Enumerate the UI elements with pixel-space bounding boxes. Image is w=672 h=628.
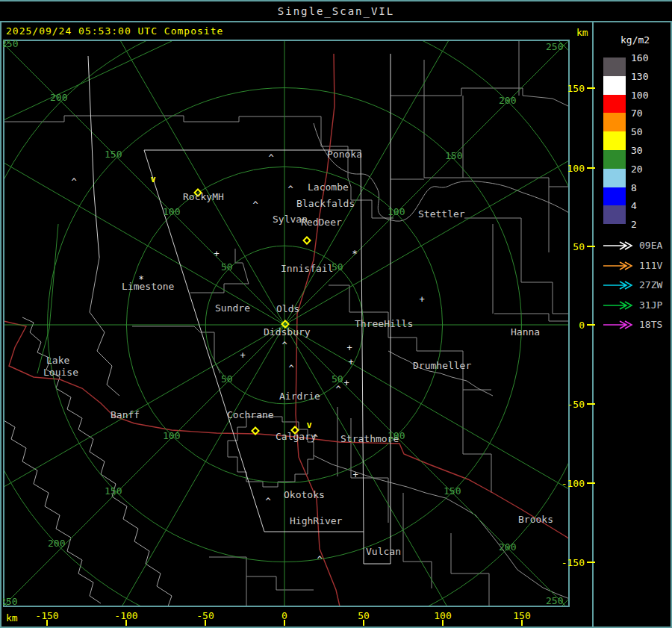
right-axis-tick	[587, 562, 595, 563]
range-ring-label: 250	[546, 596, 563, 606]
obs-marker: ^	[335, 385, 340, 394]
bottom-axis-tick	[46, 620, 48, 626]
obs-marker: ^	[252, 201, 258, 210]
range-ring-label: 200	[48, 538, 65, 548]
scale-value-100: 100	[631, 90, 648, 100]
range-ring-label: 150	[444, 486, 461, 496]
city-label-lacombe: Lacombe	[308, 182, 349, 192]
radar-arrow-icon	[602, 240, 636, 251]
city-label-banff: Banff	[111, 410, 140, 420]
obs-marker: ^	[287, 185, 293, 194]
scale-value-min: 2	[631, 220, 637, 229]
city-label-airdrie: Airdrie	[279, 391, 320, 401]
radar-id-111V: 111V	[639, 261, 662, 270]
radar-arrow-icon	[602, 280, 636, 290]
city-label-calgary: Calgary	[276, 432, 317, 441]
city-label-cochrane: Cochrane	[227, 410, 274, 420]
right-axis-tick	[587, 324, 595, 326]
radar-legend-row	[602, 240, 636, 250]
obs-marker: ^	[281, 341, 287, 350]
obs-marker: +	[348, 358, 353, 367]
city-label-lake: Lake	[46, 355, 69, 365]
map-label-layer: PonokaLacombeBlackfaldsSylvanRedDeerRock…	[3, 40, 570, 607]
radar-legend-row	[602, 279, 636, 290]
range-ring-label: 50	[332, 262, 343, 272]
range-ring-label: 100	[163, 431, 180, 441]
range-ring-label: 100	[163, 207, 180, 217]
range-ring-label: 100	[388, 207, 405, 217]
bottom-axis-tick	[363, 620, 364, 626]
obs-marker: ^	[312, 434, 317, 443]
radar-id-27ZW: 27ZW	[639, 280, 662, 290]
city-label-sundre: Sundre	[215, 303, 250, 313]
bottom-axis-tick	[205, 620, 206, 626]
scale-value-130: 130	[631, 72, 648, 81]
city-label-brooks: Brooks	[518, 514, 553, 524]
scale-swatch-100	[603, 95, 626, 114]
right-axis-tick	[587, 403, 595, 405]
scale-value-70: 70	[631, 108, 643, 118]
city-label-threehills: ThreeHills	[355, 319, 413, 329]
right-axis-label: -50	[567, 399, 585, 410]
right-axis-label: -150	[561, 557, 585, 568]
obs-marker: ^	[268, 154, 273, 163]
radar-legend-row	[602, 260, 636, 270]
scale-value-50: 50	[631, 127, 643, 137]
city-label-okotoks: Okotoks	[284, 490, 325, 500]
city-label-stettler: Stettler	[418, 209, 465, 219]
scale-swatch-8	[603, 187, 626, 206]
scale-value-4: 4	[631, 201, 637, 211]
bottom-axis-tick	[521, 620, 523, 626]
scale-value-8: 8	[631, 183, 637, 193]
bottom-axis-unit: km	[6, 612, 18, 624]
scale-swatch-20	[603, 169, 626, 187]
obs-marker: *	[352, 249, 357, 258]
city-label-hanna: Hanna	[511, 327, 540, 337]
bottom-axis-tick	[125, 620, 127, 626]
city-label-innisfail: Innisfail	[281, 264, 333, 273]
scale-swatch-130	[603, 76, 626, 95]
bottom-axis-tick	[284, 620, 285, 626]
obs-marker: ^	[288, 364, 293, 373]
range-ring-label: 150	[105, 149, 122, 159]
obs-marker: *	[138, 275, 143, 284]
right-axis-label: 50	[573, 241, 585, 252]
range-ring-label: 50	[332, 374, 343, 384]
city-label-blackfalds: Blackfalds	[296, 199, 355, 208]
range-ring-label: 200	[499, 96, 516, 105]
city-label-didsbury: Didsbury	[264, 327, 311, 337]
obs-marker: ^	[317, 556, 322, 565]
storm-vector-marker: v	[150, 175, 155, 184]
range-ring-label: 250	[546, 42, 563, 52]
radar-arrow-icon	[602, 300, 636, 311]
radar-id-31JP: 31JP	[639, 300, 662, 310]
right-axis-tick	[587, 87, 595, 89]
radar-id-18TS: 18TS	[639, 320, 662, 329]
range-ring-label: 200	[50, 93, 67, 102]
radar-legend-row	[602, 319, 636, 329]
radar-arrow-icon	[602, 261, 636, 271]
range-ring-label: 250	[3, 40, 18, 49]
city-label-louise: Louise	[43, 367, 78, 377]
radar-arrow-icon	[602, 320, 636, 330]
obs-marker: +	[214, 249, 219, 258]
radar-legend-row	[602, 299, 636, 310]
obs-marker: +	[419, 295, 424, 304]
city-label-olds: Olds	[276, 304, 299, 314]
range-ring-label: 250	[3, 597, 17, 606]
scale-swatch-160	[603, 57, 626, 76]
scale-value-160: 160	[631, 53, 648, 63]
range-ring-label: 50	[221, 374, 233, 384]
range-ring-label: 50	[221, 262, 233, 272]
range-ring-label: 200	[499, 542, 516, 552]
city-label-highriver: HighRiver	[290, 516, 342, 526]
scale-swatch-4	[603, 205, 626, 224]
scale-value-30: 30	[631, 146, 643, 155]
right-axis-label: -100	[561, 478, 585, 489]
city-label-rockymh: RockyMH	[183, 192, 224, 202]
obs-marker: +	[343, 379, 349, 388]
city-label-vulcan: Vulcan	[366, 547, 401, 556]
right-axis-label: 100	[567, 163, 585, 174]
scale-swatch-50	[603, 131, 626, 150]
right-axis-tick	[587, 167, 595, 169]
